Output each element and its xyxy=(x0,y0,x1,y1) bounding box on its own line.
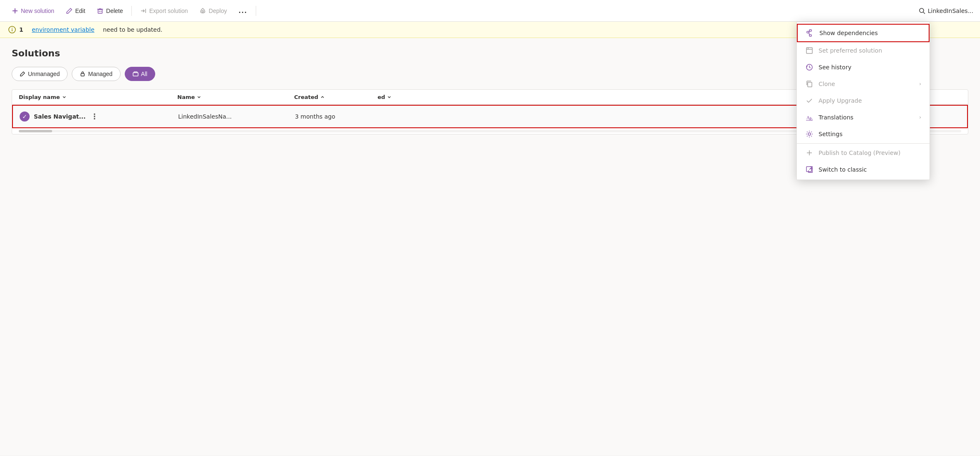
main-toolbar: New solution Edit Delete Export solution… xyxy=(0,0,980,22)
sort-icon-name2 xyxy=(197,95,202,100)
export-solution-label: Export solution xyxy=(149,8,188,14)
lock-small-icon xyxy=(80,71,86,77)
svg-point-8 xyxy=(202,10,204,12)
menu-label-publish-catalog: Publish to Catalog (Preview) xyxy=(819,149,901,156)
export-icon xyxy=(140,8,147,14)
apply-upgrade-icon xyxy=(805,96,814,105)
menu-item-set-preferred[interactable]: Set preferred solution xyxy=(797,42,930,59)
new-solution-button[interactable]: New solution xyxy=(7,5,59,17)
svg-rect-17 xyxy=(809,30,811,31)
svg-rect-21 xyxy=(806,48,812,53)
svg-point-13 xyxy=(12,28,13,29)
menu-item-publish-catalog[interactable]: Publish to Catalog (Preview) xyxy=(797,144,930,161)
toolbar-divider-2 xyxy=(256,6,256,16)
menu-label-show-dependencies: Show dependencies xyxy=(819,30,878,36)
edit-label: Edit xyxy=(75,8,85,14)
svg-rect-32 xyxy=(806,167,811,172)
svg-point-9 xyxy=(920,8,924,13)
menu-item-apply-upgrade[interactable]: Apply Upgrade xyxy=(797,92,930,109)
sort-icon-name xyxy=(62,95,67,100)
row-more-button[interactable]: ⋮ xyxy=(89,111,101,122)
row-check-icon: ✓ xyxy=(20,111,30,122)
svg-point-29 xyxy=(808,133,811,135)
edit-icon xyxy=(66,8,73,14)
scrollbar-thumb[interactable] xyxy=(19,130,52,132)
clone-chevron: › xyxy=(919,81,921,87)
row-created: 3 months ago xyxy=(295,113,378,120)
row-name-inner: Sales Navigat... ⋮ xyxy=(34,111,101,122)
pencil-small-icon xyxy=(20,71,25,77)
svg-line-20 xyxy=(809,32,809,35)
filter-unmanaged[interactable]: Unmanaged xyxy=(12,67,68,81)
menu-label-see-history: See history xyxy=(819,64,852,71)
svg-rect-14 xyxy=(81,73,84,76)
row-display-name: Sales Navigat... xyxy=(34,113,86,120)
plus-icon xyxy=(12,8,18,14)
search-icon xyxy=(919,8,925,14)
banner-suffix: need to be updated. xyxy=(103,26,163,33)
sort-icon-modified xyxy=(387,95,392,100)
layers-small-icon xyxy=(133,71,139,77)
translations-chevron: › xyxy=(919,114,921,120)
preferred-icon xyxy=(805,46,814,55)
menu-item-clone[interactable]: Clone › xyxy=(797,76,930,92)
svg-line-10 xyxy=(923,12,925,14)
context-dropdown-menu: Show dependencies Set preferred solution… xyxy=(796,22,930,180)
menu-label-clone: Clone xyxy=(819,81,835,87)
clone-icon xyxy=(805,80,814,88)
menu-item-translations[interactable]: Aあ Translations › xyxy=(797,109,930,126)
banner-link[interactable]: environment variable xyxy=(32,26,94,33)
delete-label: Delete xyxy=(106,8,123,14)
menu-item-see-history[interactable]: See history xyxy=(797,59,930,76)
search-area: LinkedInSales... xyxy=(919,8,973,14)
svg-rect-18 xyxy=(809,35,811,36)
search-text[interactable]: LinkedInSales... xyxy=(928,8,973,14)
row-name: LinkedInSalesNa... xyxy=(178,113,295,120)
new-solution-label: New solution xyxy=(21,8,54,14)
deploy-label: Deploy xyxy=(209,8,227,14)
switch-classic-icon xyxy=(805,165,814,174)
more-label: ... xyxy=(239,6,247,15)
settings-icon xyxy=(805,130,814,138)
row-name-cell: ✓ Sales Navigat... ⋮ xyxy=(20,111,178,122)
more-button[interactable]: ... xyxy=(234,4,252,18)
toolbar-divider-1 xyxy=(131,6,132,16)
svg-rect-15 xyxy=(133,73,138,76)
menu-label-set-preferred: Set preferred solution xyxy=(819,47,882,54)
filter-all[interactable]: All xyxy=(125,67,156,81)
svg-line-19 xyxy=(809,31,809,33)
sort-icon-created xyxy=(320,95,325,100)
translations-icon: Aあ xyxy=(805,113,814,122)
menu-item-switch-classic[interactable]: Switch to classic xyxy=(797,161,930,178)
export-solution-button[interactable]: Export solution xyxy=(135,5,193,17)
deploy-button[interactable]: Deploy xyxy=(194,5,232,17)
svg-rect-2 xyxy=(98,10,102,13)
menu-item-settings[interactable]: Settings xyxy=(797,126,930,142)
col-name[interactable]: Name xyxy=(177,94,294,100)
history-icon xyxy=(805,63,814,71)
delete-button[interactable]: Delete xyxy=(92,5,128,17)
menu-label-settings: Settings xyxy=(819,131,842,137)
col-display-name[interactable]: Display name xyxy=(19,94,177,100)
delete-icon xyxy=(97,8,103,14)
filter-managed[interactable]: Managed xyxy=(72,67,120,81)
publish-catalog-icon xyxy=(805,149,814,157)
svg-rect-25 xyxy=(808,82,812,87)
edit-button[interactable]: Edit xyxy=(61,5,90,17)
banner-count: 1 xyxy=(19,26,23,33)
deps-icon xyxy=(806,29,814,37)
col-created[interactable]: Created xyxy=(294,94,378,100)
svg-rect-16 xyxy=(807,31,809,33)
menu-label-switch-classic: Switch to classic xyxy=(819,166,867,173)
info-icon xyxy=(8,26,16,33)
menu-label-apply-upgrade: Apply Upgrade xyxy=(819,97,862,104)
deploy-icon xyxy=(199,8,206,14)
menu-divider xyxy=(797,143,930,144)
menu-item-show-dependencies[interactable]: Show dependencies xyxy=(797,24,930,42)
menu-label-translations: Translations xyxy=(819,114,854,121)
